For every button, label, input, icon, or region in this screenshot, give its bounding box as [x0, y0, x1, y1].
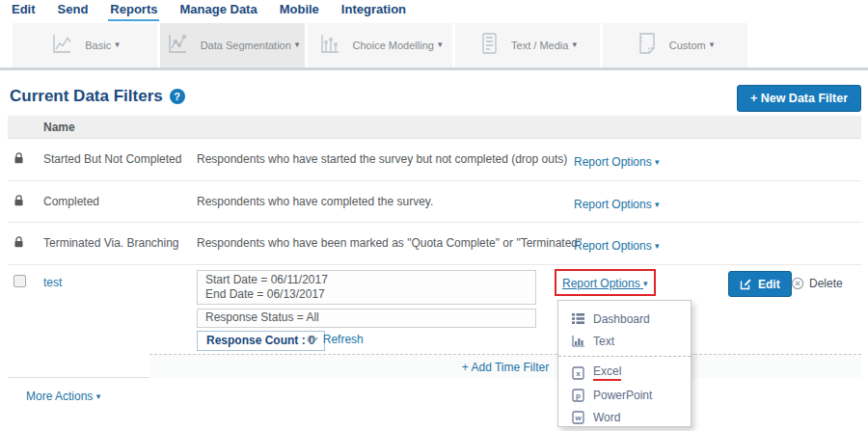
annotation-highlight-box: Report Options ▾ [555, 269, 656, 296]
nav-item-manage-data[interactable]: Manage Data [177, 0, 258, 19]
caret-down-icon: ▾ [572, 40, 577, 49]
menu-divider [558, 356, 691, 357]
caret-down-icon: ▾ [655, 158, 660, 167]
edit-button[interactable]: Edit [728, 271, 792, 297]
table-row: Completed Respondents who have completed… [8, 181, 861, 223]
powerpoint-file-icon: p [571, 389, 585, 402]
report-options-menu: Dashboard Text x Excel p PowerPoint w Wo… [557, 300, 692, 427]
dashboard-icon [571, 313, 585, 324]
report-options-link[interactable]: Report Options ▾ [574, 239, 660, 253]
nav-item-integration[interactable]: Integration [339, 0, 408, 19]
svg-text:x: x [576, 369, 581, 378]
page-title-text: Current Data Filters [10, 87, 163, 106]
filter-description: Respondents who have been marked as "Quo… [197, 236, 582, 250]
report-options-link[interactable]: Report Options ▾ [574, 198, 660, 211]
add-time-filter-strip: + Add Time Filter [149, 354, 861, 378]
menu-item-text[interactable]: Text [558, 330, 691, 352]
response-count-badge: Response Count : 0 [197, 331, 325, 351]
lock-icon [14, 194, 24, 211]
caret-down-icon: ▾ [710, 40, 715, 49]
refresh-icon: ⟳ [307, 333, 318, 346]
excel-file-icon: x [571, 366, 585, 380]
table-header-name: Name [8, 116, 861, 139]
caret-down-icon: ▾ [655, 242, 660, 251]
nav-item-mobile[interactable]: Mobile [278, 0, 321, 19]
status-filter-box: Response Status = All [197, 309, 536, 328]
tab-basic[interactable]: Basic ▾ [13, 23, 157, 67]
caret-down-icon: ▾ [438, 40, 443, 49]
table-row: Terminated Via. Branching Respondents wh… [8, 223, 861, 265]
text-media-icon [478, 31, 500, 60]
tab-choice-modelling[interactable]: Choice Modelling ▾ [308, 23, 452, 67]
delete-button[interactable]: Delete [791, 277, 843, 290]
svg-text:w: w [574, 414, 582, 422]
table-row: Started But Not Completed Respondents wh… [8, 139, 861, 181]
filter-name: Completed [43, 195, 99, 208]
top-nav: Edit Send Reports Manage Data Mobile Int… [0, 0, 868, 23]
nav-item-send[interactable]: Send [56, 0, 91, 19]
new-data-filter-button[interactable]: + New Data Filter [737, 85, 861, 112]
choice-modelling-chart-icon [318, 31, 341, 60]
tab-label: Choice Modelling [353, 40, 434, 51]
report-options-link[interactable]: Report Options ▾ [574, 155, 660, 169]
filter-name: Started But Not Completed [43, 152, 181, 166]
filter-description: Respondents who have completed the surve… [197, 195, 433, 208]
start-date-value: Start Date = 06/11/2017 [205, 273, 528, 287]
tab-label: Data Segmentation [201, 40, 291, 51]
nav-item-reports[interactable]: Reports [108, 0, 159, 21]
circle-x-icon [791, 277, 804, 290]
table-row-selected: test Start Date = 06/11/2017 End Date = … [8, 265, 861, 378]
tab-data-segmentation[interactable]: Data Segmentation ▾ [160, 23, 305, 67]
data-filters-page: Edit Send Reports Manage Data Mobile Int… [0, 0, 868, 431]
refresh-link[interactable]: ⟳ Refresh [307, 333, 364, 346]
date-filter-box: Start Date = 06/11/2017 End Date = 06/13… [197, 270, 536, 305]
page-title: Current Data Filters ? [10, 87, 185, 106]
line-chart-icon [50, 31, 73, 60]
filter-name-link[interactable]: test [43, 276, 62, 289]
word-file-icon: w [571, 411, 585, 424]
custom-report-icon [637, 31, 658, 60]
caret-down-icon: ▾ [96, 392, 101, 401]
menu-item-word[interactable]: w Word [558, 406, 691, 428]
caret-down-icon: ▾ [655, 201, 660, 209]
data-filters-table: Name Started But Not Completed Responden… [8, 116, 861, 378]
lock-icon [14, 151, 24, 169]
filter-name: Terminated Via. Branching [43, 236, 179, 250]
menu-item-excel[interactable]: x Excel [558, 362, 691, 384]
menu-item-dashboard[interactable]: Dashboard [558, 308, 691, 330]
menu-item-powerpoint[interactable]: p PowerPoint [558, 384, 691, 406]
tab-custom[interactable]: Custom ▾ [603, 23, 747, 67]
tab-label: Custom [669, 40, 706, 51]
response-status-value: Response Status = All [205, 310, 319, 324]
caret-down-icon: ▾ [115, 40, 120, 49]
nav-item-edit[interactable]: Edit [10, 0, 38, 19]
end-date-value: End Date = 06/13/2017 [205, 287, 528, 302]
more-actions-link[interactable]: More Actions ▾ [26, 390, 100, 403]
annotation-underline: Excel [593, 364, 621, 381]
caret-down-icon: ▾ [643, 280, 648, 288]
row-checkbox[interactable] [14, 275, 26, 287]
svg-text:p: p [576, 391, 581, 400]
tab-label: Text / Media [511, 40, 568, 51]
filter-description: Respondents who have started the survey … [197, 152, 567, 166]
segmentation-chart-icon [166, 31, 189, 60]
lock-icon [14, 235, 24, 253]
help-icon[interactable]: ? [170, 89, 185, 104]
report-options-link[interactable]: Report Options ▾ [562, 277, 648, 290]
report-tab-bar: Basic ▾ Data Segmentation ▾ Choice Model… [0, 23, 868, 70]
add-time-filter-link[interactable]: + Add Time Filter [462, 361, 549, 374]
tab-text-media[interactable]: Text / Media ▾ [455, 23, 600, 67]
tab-label: Basic [85, 40, 111, 51]
pencil-square-icon [740, 278, 752, 290]
caret-down-icon: ▾ [295, 40, 300, 49]
bar-chart-icon [571, 336, 585, 347]
